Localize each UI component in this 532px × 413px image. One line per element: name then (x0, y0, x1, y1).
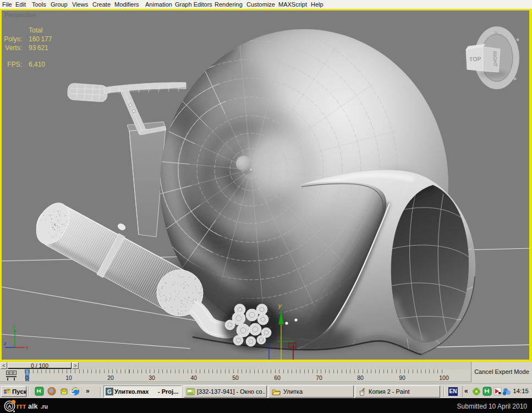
svg-text:N: N (495, 30, 498, 35)
svg-text:A: A (8, 404, 11, 409)
svg-text:z: z (3, 341, 7, 346)
svg-text:»: » (86, 387, 90, 395)
svg-text:x: x (25, 345, 29, 350)
svg-text:RIGHT: RIGHT (492, 51, 498, 67)
svg-text:y: y (12, 324, 15, 329)
svg-text:G: G (107, 389, 112, 395)
svg-text:TOP: TOP (469, 56, 482, 63)
